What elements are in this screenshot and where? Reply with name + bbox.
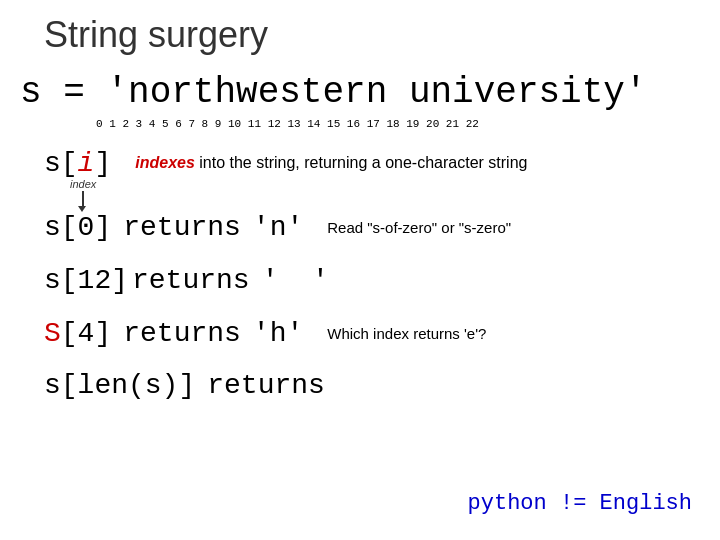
s4-code-S: S bbox=[44, 318, 61, 349]
slen-returns: returns bbox=[207, 370, 325, 401]
string-assignment-line: s = 'northwestern university' bbox=[20, 72, 647, 113]
s0-row: s[0] returns 'n' Read "s-of-zero" or "s-… bbox=[44, 212, 511, 243]
si-index-var: i bbox=[78, 148, 95, 179]
index-label: index bbox=[70, 178, 96, 190]
index-label-container: index bbox=[70, 178, 96, 208]
assign-operator: = bbox=[63, 72, 106, 113]
si-section: s[ i ] indexes into the string, returnin… bbox=[44, 148, 527, 179]
s0-value: 'n' bbox=[253, 212, 303, 243]
si-open-code: s[ bbox=[44, 148, 78, 179]
s4-row: S [4] returns 'h' Which index returns 'e… bbox=[44, 318, 486, 349]
s12-row: s[12] returns ' ' bbox=[44, 265, 329, 296]
s4-value: 'h' bbox=[253, 318, 303, 349]
s4-note: Which index returns 'e'? bbox=[327, 325, 486, 342]
indexes-word: indexes bbox=[135, 154, 195, 171]
s12-returns: returns bbox=[132, 265, 250, 296]
string-literal: 'northwestern university' bbox=[106, 72, 646, 113]
s12-code: s[12] bbox=[44, 265, 128, 296]
slen-row: s[len(s)] returns bbox=[44, 370, 325, 401]
s12-value: ' ' bbox=[262, 265, 329, 296]
slen-code: s[len(s)] bbox=[44, 370, 195, 401]
s0-returns: returns bbox=[123, 212, 241, 243]
index-numbers-row: 0 1 2 3 4 5 6 7 8 9 10 11 12 13 14 15 16… bbox=[96, 118, 479, 130]
s0-code: s[0] bbox=[44, 212, 111, 243]
s-variable: s bbox=[20, 72, 42, 113]
s0-note: Read "s-of-zero" or "s-zero" bbox=[327, 219, 511, 236]
s4-returns: returns bbox=[123, 318, 241, 349]
si-close-bracket: ] bbox=[94, 148, 111, 179]
index-arrow bbox=[82, 191, 84, 207]
python-note: python != English bbox=[468, 491, 692, 516]
page-title: String surgery bbox=[44, 14, 268, 56]
s4-code-rest: [4] bbox=[61, 318, 111, 349]
si-description: indexes into the string, returning a one… bbox=[135, 154, 527, 172]
